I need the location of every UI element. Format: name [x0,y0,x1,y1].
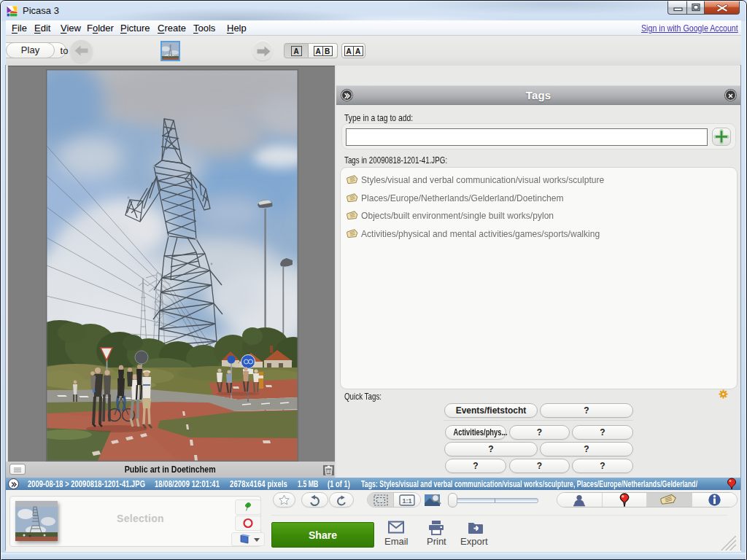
svg-text:1:1: 1:1 [402,497,411,504]
